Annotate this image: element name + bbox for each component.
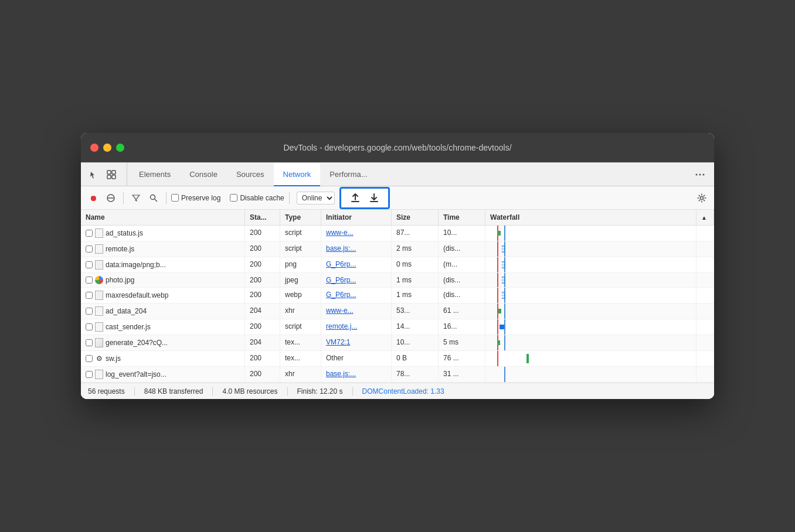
table-row[interactable]: remote.js 200 script base.js:... 2 ms (d…: [81, 241, 714, 257]
row-type: xhr: [280, 303, 321, 319]
row-checkbox[interactable]: [86, 308, 93, 315]
clear-button[interactable]: [103, 190, 118, 206]
row-initiator[interactable]: base.js:...: [321, 367, 392, 382]
col-header-time[interactable]: Time: [439, 210, 485, 225]
row-size: 1 ms: [392, 273, 439, 287]
col-header-size[interactable]: Size: [392, 210, 439, 225]
table-row[interactable]: generate_204?cQ... 204 tex... VM72:1 10.…: [81, 335, 714, 351]
row-extra: [697, 303, 714, 319]
row-initiator[interactable]: www-e...: [321, 226, 392, 241]
col-header-sort[interactable]: [697, 210, 714, 225]
table-row[interactable]: ad_status.js 200 script www-e... 87... 1…: [81, 226, 714, 241]
row-waterfall: [485, 257, 697, 272]
col-header-waterfall[interactable]: Waterfall: [485, 210, 697, 225]
row-size: 10...: [392, 335, 439, 350]
file-icon: [95, 244, 103, 254]
row-checkbox[interactable]: [86, 323, 93, 330]
row-initiator: Other: [321, 351, 392, 366]
inspect-icon[interactable]: [103, 166, 120, 183]
table-row[interactable]: photo.jpg 200 jpeg G_P6rp... 1 ms (dis..…: [81, 273, 714, 288]
row-status: 200: [245, 351, 280, 366]
cursor-icon[interactable]: [86, 166, 102, 183]
preserve-log-checkbox[interactable]: [171, 194, 179, 202]
maximize-button[interactable]: [116, 144, 124, 152]
more-tabs-button[interactable]: [691, 163, 709, 186]
row-extra: [697, 226, 714, 241]
row-time: 31 ...: [439, 367, 485, 382]
row-time: 16...: [439, 319, 485, 335]
table-row[interactable]: log_event?alt=jso... 200 xhr base.js:...…: [81, 367, 714, 383]
row-initiator[interactable]: G_P6rp...: [321, 273, 392, 287]
row-status: 200: [245, 241, 280, 257]
tab-elements[interactable]: Elements: [130, 163, 180, 186]
table-row[interactable]: ad_data_204 204 xhr www-e... 53... 61 ..…: [81, 303, 714, 319]
row-time: (m...: [439, 257, 485, 272]
settings-button[interactable]: [694, 190, 709, 206]
file-icon: [95, 291, 103, 300]
table-row[interactable]: ⚙ sw.js 200 tex... Other 0 B 76 ...: [81, 351, 714, 367]
tab-sources[interactable]: Sources: [227, 163, 274, 186]
row-type: tex...: [280, 351, 321, 366]
preserve-log-label[interactable]: Preserve log: [171, 194, 220, 202]
disable-cache-label[interactable]: Disable cache: [230, 194, 284, 202]
row-checkbox[interactable]: [86, 261, 93, 268]
upload-button[interactable]: [347, 190, 363, 206]
col-header-initiator[interactable]: Initiator: [321, 210, 392, 225]
row-checkbox[interactable]: [86, 292, 93, 299]
row-initiator[interactable]: G_P6rp...: [321, 257, 392, 272]
col-header-status[interactable]: Sta...: [245, 210, 280, 225]
row-extra: [697, 273, 714, 287]
file-icon: [95, 370, 103, 379]
download-button[interactable]: [366, 190, 382, 206]
row-size: 87...: [392, 226, 439, 241]
row-checkbox[interactable]: [86, 371, 93, 378]
row-extra: [697, 367, 714, 382]
minimize-button[interactable]: [103, 144, 111, 152]
row-waterfall: [485, 288, 697, 303]
row-size: 14...: [392, 319, 439, 335]
tab-console[interactable]: Console: [180, 163, 227, 186]
row-checkbox[interactable]: [86, 230, 93, 237]
requests-count: 56 requests: [88, 387, 135, 395]
col-header-name[interactable]: Name: [81, 210, 245, 225]
row-checkbox[interactable]: [86, 355, 93, 362]
toolbar-divider-1: [123, 192, 124, 204]
row-size: 1 ms: [392, 288, 439, 303]
record-button[interactable]: ⏺: [86, 190, 101, 206]
row-waterfall: [485, 241, 697, 257]
close-button[interactable]: [90, 144, 98, 152]
col-header-type[interactable]: Type: [280, 210, 321, 225]
tab-network[interactable]: Network: [274, 163, 321, 186]
row-waterfall: [485, 351, 697, 366]
svg-point-4: [696, 173, 698, 175]
tab-performance[interactable]: Performa...: [320, 163, 376, 186]
finish-time: Finish: 12.20 s: [297, 387, 353, 395]
filter-button[interactable]: [128, 190, 144, 206]
row-checkbox[interactable]: [86, 339, 93, 346]
table-row[interactable]: maxresdefault.webp 200 webp G_P6rp... 1 …: [81, 288, 714, 303]
row-initiator[interactable]: VM72:1: [321, 335, 392, 350]
file-icon: [95, 338, 103, 347]
row-checkbox[interactable]: [86, 245, 93, 253]
file-icon: [95, 260, 103, 270]
disable-cache-checkbox[interactable]: [230, 194, 237, 202]
throttling-select[interactable]: Online: [297, 192, 335, 204]
row-initiator[interactable]: www-e...: [321, 303, 392, 319]
tab-bar: Elements Console Sources Network Perform…: [81, 163, 714, 186]
row-time: (dis...: [439, 241, 485, 257]
row-extra: [697, 241, 714, 257]
row-initiator[interactable]: G_P6rp...: [321, 288, 392, 303]
row-status: 204: [245, 303, 280, 319]
search-button[interactable]: [146, 190, 161, 206]
row-initiator[interactable]: remote.j...: [321, 319, 392, 335]
gear-file-icon: ⚙: [95, 354, 103, 363]
row-checkbox[interactable]: [86, 277, 93, 284]
row-name: ad_data_204: [81, 303, 245, 319]
row-time: (dis...: [439, 273, 485, 287]
row-status: 200: [245, 226, 280, 241]
file-icon: [95, 276, 103, 284]
row-time: 10...: [439, 226, 485, 241]
table-row[interactable]: data:image/png;b... 200 png G_P6rp... 0 …: [81, 257, 714, 273]
table-row[interactable]: cast_sender.js 200 script remote.j... 14…: [81, 319, 714, 335]
row-initiator[interactable]: base.js:...: [321, 241, 392, 257]
